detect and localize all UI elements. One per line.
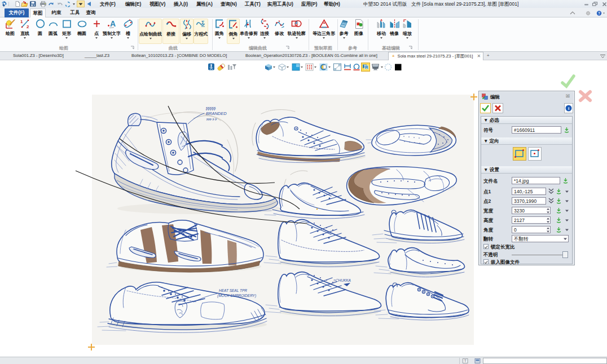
svg-text:A: A [110,19,116,28]
svg-text:1: 1 [20,19,23,24]
svg-text:2: 2 [27,24,29,29]
svg-text:?: ? [598,11,600,15]
svg-text:Σ: Σ [201,20,205,25]
svg-text:i: i [568,106,569,111]
svg-text:T: T [464,359,467,363]
